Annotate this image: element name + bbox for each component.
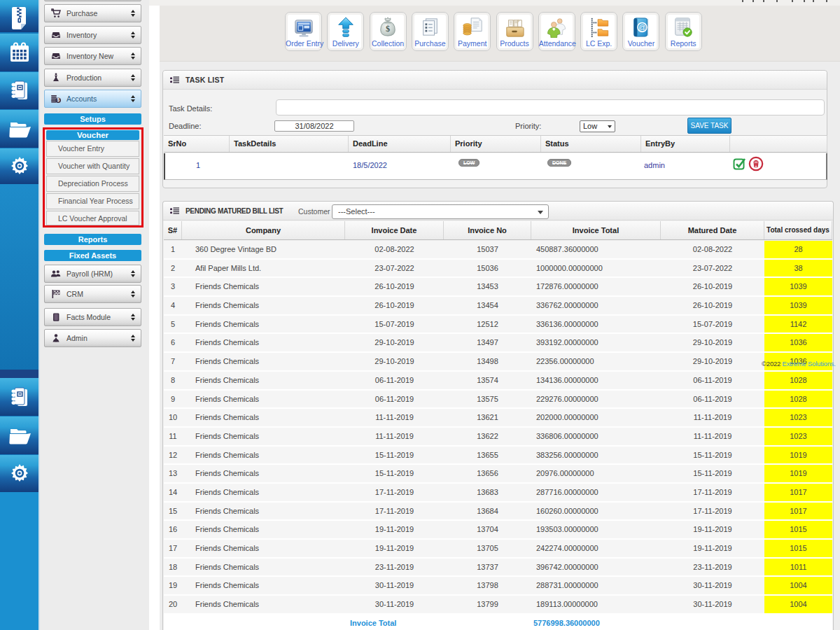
- svg-text:$: $: [386, 24, 390, 34]
- svg-text:@: @: [638, 24, 645, 31]
- svg-text:$: $: [57, 97, 59, 103]
